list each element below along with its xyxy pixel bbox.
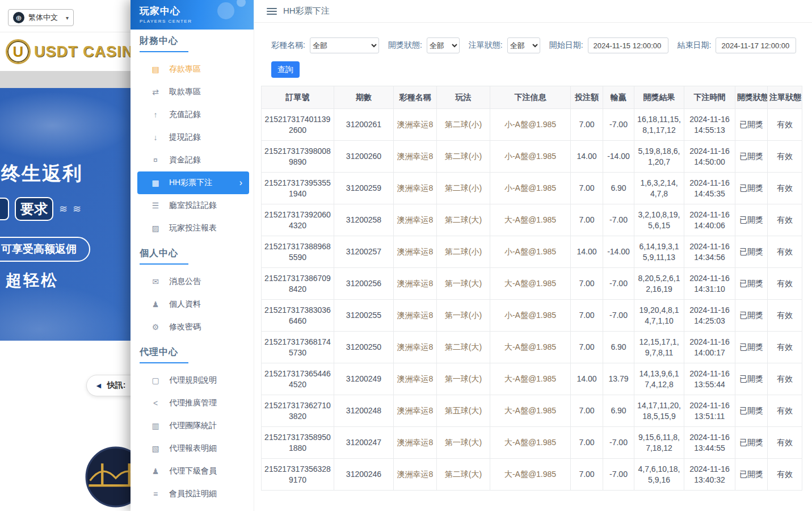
sidebar-item-funds-records[interactable]: ¤ 資金記錄: [131, 149, 254, 171]
cell-win: 6.90: [603, 395, 634, 427]
cell-lottery: 澳洲幸运8: [394, 236, 437, 268]
table-row: 215217317358950188031200247澳洲幸运8第一球(大)大-…: [262, 427, 802, 459]
cell-order_id: 2152173173627103820: [262, 395, 334, 427]
cell-result: 16,18,11,15,8,1,17,12: [634, 109, 684, 141]
cell-amount: 7.00: [571, 459, 603, 491]
lottery-name-select[interactable]: 全部: [310, 37, 379, 53]
sidebar-nav: 財務中心 ▤ 存款專區 ⇄ 取款專區 ↑ 充值記錄 ↓ 提現記錄 ¤ 資金記錄 …: [131, 35, 254, 511]
sidebar-item-label: 玩家投注報表: [169, 223, 217, 233]
cell-amount: 7.00: [571, 268, 603, 300]
sidebar-item-profile[interactable]: ♟ 個人資料: [131, 293, 254, 316]
sidebar-item-deposit[interactable]: ▤ 存款專區: [131, 58, 254, 81]
sidebar-item-agent-promotion[interactable]: < 代理推廣管理: [131, 392, 254, 414]
cell-time: 2024-11-16 14:45:35: [684, 173, 735, 204]
table-row: 215217317392060432031200258澳洲幸运8第二球(大)大-…: [262, 204, 802, 236]
start-date-input[interactable]: [588, 37, 668, 53]
column-header: 下注信息: [490, 86, 571, 109]
sidebar-item-withdrawal-records[interactable]: ↓ 提現記錄: [131, 126, 254, 149]
bet-status-select[interactable]: 全部: [507, 37, 540, 53]
wave-decoration: ≋ ≋: [59, 203, 82, 215]
cell-period: 31200257: [334, 236, 394, 268]
cell-bet_info: 小-A盤@1.985: [490, 236, 571, 268]
sidebar-item-label: 代理下級會員: [169, 466, 217, 476]
logo-emblem-icon: U: [6, 39, 31, 64]
banner-badge: 要求: [15, 197, 53, 221]
cell-order_id: 2152173173953551940: [262, 173, 334, 204]
sidebar-item-player-bet-report[interactable]: ▨ 玩家投注報表: [131, 217, 254, 240]
sidebar-item-recharge-records[interactable]: ↑ 充值記錄: [131, 103, 254, 126]
cell-bet_info: 大-A盤@1.985: [490, 332, 571, 363]
cell-bet_status: 有效: [768, 395, 802, 427]
query-button[interactable]: 查詢: [271, 61, 300, 78]
end-date-label: 結束日期:: [678, 40, 712, 51]
sidebar-section-title: 代理中心: [140, 346, 188, 363]
end-date-input[interactable]: [716, 37, 796, 53]
cell-period: 31200249: [334, 363, 394, 395]
cell-period: 31200248: [334, 395, 394, 427]
table-row: 215217317388968559031200257澳洲幸运8第二球(小)小-…: [262, 236, 802, 268]
cell-lottery: 澳洲幸运8: [394, 173, 437, 204]
start-date-label: 開始日期:: [549, 40, 583, 51]
cell-draw_status: 已開獎: [735, 173, 768, 204]
cell-play: 第二球(小): [437, 173, 490, 204]
cell-amount: 7.00: [571, 204, 603, 236]
news-label: 快訊:: [107, 380, 126, 391]
bets-table: 訂單號期數彩種名稱玩法下注信息投注額輸贏開獎結果下注時間開獎狀態注單狀態 215…: [261, 86, 802, 491]
password-gear-icon: ⚙: [151, 322, 160, 332]
cell-draw_status: 已開獎: [735, 363, 768, 395]
sidebar-item-agent-team-stats[interactable]: ▥ 代理團隊統計: [131, 414, 254, 437]
filter-bar: 彩種名稱: 全部 開獎狀態: 全部 注單狀態: 全: [254, 23, 812, 78]
cell-result: 4,7,6,10,18,5,9,16: [634, 459, 684, 491]
sidebar-item-room-bet-records[interactable]: ☰ 廳室投註記錄: [131, 194, 254, 217]
agent-team-chart-icon: ▥: [151, 421, 160, 430]
cell-win: 6.90: [603, 173, 634, 204]
cell-bet_status: 有效: [768, 427, 802, 459]
cell-lottery: 澳洲幸运8: [394, 459, 437, 491]
cell-period: 31200246: [334, 459, 394, 491]
page: ⊕ 繁体中文 ▾ U USDT CASINO 终生返利 要求 ≋ ≋ 可享受高额…: [0, 0, 812, 511]
table-row: 215217317383036646031200255澳洲幸运8第一球(小)小-…: [262, 300, 802, 332]
sidebar-item-change-password[interactable]: ⚙ 修改密碼: [131, 316, 254, 338]
chevron-right-icon: ›: [239, 178, 242, 188]
player-center-modal: 玩家中心 PLAYERS CENTER 財務中心 ▤ 存款專區 ⇄ 取款專區 ↑…: [131, 0, 812, 511]
cell-result: 14,17,11,20,18,5,15,9: [634, 395, 684, 427]
sidebar-item-hh-lottery-bets[interactable]: ▦ HH彩票下注 ›: [137, 171, 249, 194]
cell-draw_status: 已開獎: [735, 141, 768, 173]
profile-person-icon: ♟: [151, 300, 160, 309]
cell-win: 13.79: [603, 363, 634, 395]
menu-hamburger-icon[interactable]: [267, 8, 277, 15]
cell-draw_status: 已開獎: [735, 300, 768, 332]
banner-decoration: [0, 91, 131, 160]
sidebar-item-label: 廳室投註記錄: [169, 200, 217, 211]
withdrawal-records-icon: ↓: [151, 133, 160, 142]
sidebar-subtitle: PLAYERS CENTER: [140, 19, 254, 24]
draw-status-select[interactable]: 全部: [427, 37, 460, 53]
sidebar-item-member-bet-detail[interactable]: ≡ 會員投註明細: [131, 483, 254, 505]
sidebar-item-agent-rules[interactable]: ▢ 代理規則說明: [131, 369, 254, 392]
language-selector[interactable]: ⊕ 繁体中文 ▾: [8, 9, 74, 26]
sidebar-item-agent-report-detail[interactable]: ▧ 代理報表明細: [131, 437, 254, 460]
speaker-icon: ◄: [95, 381, 103, 390]
column-header: 期數: [334, 86, 394, 109]
sidebar-item-announcements[interactable]: ✉ 消息公告: [131, 270, 254, 293]
table-row: 215217317368174573031200250澳洲幸运8第二球(大)大-…: [262, 332, 802, 363]
column-header: 開獎狀態: [735, 86, 768, 109]
sidebar-section-title: 個人中心: [140, 248, 188, 265]
cell-time: 2024-11-16 13:51:11: [684, 395, 735, 427]
cell-bet_status: 有效: [768, 332, 802, 363]
cell-play: 第二球(小): [437, 236, 490, 268]
cell-play: 第二球(小): [437, 109, 490, 141]
logo-text: USDT CASINO: [34, 43, 146, 61]
sidebar-item-label: 個人資料: [169, 299, 201, 309]
sidebar-item-label: 提現記錄: [169, 132, 201, 143]
sidebar-item-withdraw[interactable]: ⇄ 取款專區: [131, 81, 254, 103]
cell-bet_info: 小-A盤@1.985: [490, 141, 571, 173]
cell-lottery: 澳洲幸运8: [394, 109, 437, 141]
banner-pill: 可享受高额返佣: [0, 237, 90, 262]
sidebar-item-agent-sub-members[interactable]: ♟ 代理下級會員: [131, 460, 254, 483]
cell-time: 2024-11-16 14:40:06: [684, 204, 735, 236]
sidebar-header: 玩家中心 PLAYERS CENTER: [131, 0, 254, 30]
sidebar-item-label: 代理推廣管理: [169, 398, 217, 408]
language-label: 繁体中文: [28, 12, 58, 23]
sidebar-item-label: 修改密碼: [169, 322, 201, 332]
